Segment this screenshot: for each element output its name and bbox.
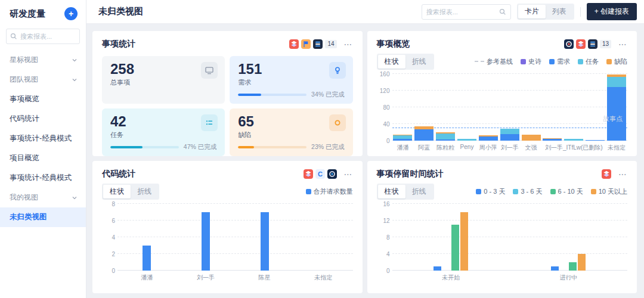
x-tick-text: 未指定 — [314, 274, 332, 282]
sidebar-item-label: 事项概览 — [10, 94, 39, 104]
sidebar: 研发度量 + 星标视图团队视图事项概览代码统计事项统计-经典模式项目概览事项统计… — [0, 0, 86, 298]
more-menu-button[interactable]: ⋯ — [618, 40, 627, 48]
sidebar-item-label: 代码统计 — [10, 114, 39, 124]
chart-legend: 参考基线史诗需求任务缺陷 — [475, 57, 627, 66]
category-column — [413, 126, 435, 141]
stacked-bar — [607, 74, 626, 141]
bar-segment — [522, 135, 541, 141]
category-column — [499, 129, 521, 141]
legend-item[interactable]: 史诗 — [521, 57, 541, 66]
dashboard-grid: 事项统计 14 ⋯ 258总事项151需求34% 已完成42任务47% 已完成6… — [86, 24, 644, 298]
bar-segment — [414, 129, 434, 141]
dashed-line-marker — [475, 61, 484, 62]
chart-type-toggle: 柱状折线 — [377, 54, 434, 70]
create-report-button[interactable]: + 创建报表 — [587, 3, 637, 20]
legend-item[interactable]: 参考基线 — [475, 57, 513, 66]
legend-item[interactable]: 需求 — [549, 57, 570, 66]
x-axis-labels: 未开始进行中 — [392, 271, 628, 282]
sidebar-item-label: 事项统计-经典模式 — [10, 134, 72, 144]
toggle-option[interactable]: 柱状 — [378, 55, 405, 69]
legend-item[interactable]: 6 - 10 天 — [550, 187, 583, 196]
legend-item[interactable]: 10 天以上 — [591, 187, 627, 196]
category-column — [542, 138, 564, 141]
toggle-option[interactable]: 柱状 — [378, 185, 405, 198]
flag-icon — [301, 39, 311, 49]
progress-row: 47% 已完成 — [110, 143, 216, 151]
y-tick-label: 12 — [376, 218, 390, 224]
legend-item[interactable]: 0 - 3 天 — [476, 187, 505, 196]
toggle-option[interactable]: 折线 — [405, 185, 433, 198]
y-tick-label: 2 — [101, 251, 115, 257]
category-column — [435, 132, 456, 141]
sidebar-item[interactable]: 事项统计-经典模式 — [0, 168, 86, 188]
x-tick-text: 潘潘 — [141, 274, 153, 282]
overview-chart: 04080120160故事点潘潘阿蓝陈粒粒Peny周小萍刘一手文强刘一手_ITf… — [377, 74, 628, 152]
checklist-icon — [201, 114, 218, 131]
app-window: 研发度量 + 星标视图团队视图事项概览代码统计事项统计-经典模式项目概览事项统计… — [0, 0, 644, 298]
plot-area: 0481216 — [392, 204, 628, 271]
legend-item[interactable]: 缺陷 — [606, 57, 627, 66]
x-tick-label: 刘一手_ITfLw(已删除) — [563, 144, 584, 152]
chart-type-toggle: 柱状折线 — [377, 184, 434, 200]
stripes-icon — [313, 39, 323, 49]
stacked-bar — [436, 132, 455, 141]
view-mode-toggle: 卡片列表 — [517, 4, 574, 20]
sidebar-item[interactable]: 代码统计 — [0, 109, 86, 129]
x-tick-text: 周小萍 — [479, 144, 497, 152]
y-tick-label: 0 — [376, 138, 390, 144]
legend-item[interactable]: 合并请求数量 — [306, 187, 353, 196]
bar-segment — [436, 134, 455, 139]
bars-layer — [392, 204, 628, 271]
bar — [569, 262, 577, 271]
sidebar-item[interactable]: 星标视图 — [0, 50, 86, 70]
sidebar-item-label: 我的视图 — [10, 193, 38, 203]
target2-icon — [327, 169, 337, 179]
legend-item[interactable]: 3 - 6 天 — [513, 187, 542, 196]
page-title: 未归类视图 — [98, 6, 143, 17]
sidebar-item[interactable]: 事项概览 — [0, 89, 86, 109]
x-tick-label: 刘一手 — [499, 144, 521, 152]
legend-swatch — [476, 189, 481, 194]
stripes-icon — [588, 39, 597, 49]
toggle-option[interactable]: 柱状 — [103, 185, 131, 198]
x-tick-text: 陈星 — [259, 274, 271, 282]
card-item-stats: 事项统计 14 ⋯ 258总事项151需求34% 已完成42任务47% 已完成6… — [92, 31, 363, 156]
legend-label: 需求 — [557, 57, 570, 66]
sidebar-search[interactable] — [6, 29, 80, 44]
report-search-input[interactable] — [426, 8, 499, 15]
target-icon — [564, 39, 574, 49]
layers-icon — [602, 169, 611, 179]
sidebar-menu: 星标视图团队视图事项概览代码统计事项统计-经典模式项目概览事项统计-经典模式我的… — [0, 50, 86, 298]
stacked-bar — [414, 126, 434, 141]
toggle-option[interactable]: 折线 — [131, 185, 158, 198]
toggle-option[interactable]: 折线 — [405, 55, 433, 69]
sidebar-item[interactable]: 事项统计-经典模式 — [0, 129, 86, 148]
sidebar-item[interactable]: 未归类视图 — [0, 207, 86, 227]
bar-segment — [457, 139, 476, 141]
sidebar-item[interactable]: 项目概览 — [0, 148, 86, 168]
category-column — [478, 135, 499, 141]
chevron-down-icon — [72, 77, 78, 83]
category-column — [510, 254, 627, 271]
stacked-bar — [586, 140, 605, 141]
more-menu-button[interactable]: ⋯ — [618, 170, 627, 178]
legend-swatch — [521, 59, 526, 64]
category-column — [235, 212, 294, 271]
bar — [143, 246, 151, 271]
progress-text: 23% 已完成 — [311, 143, 344, 151]
stat-tile: 151需求34% 已完成 — [230, 56, 352, 104]
sidebar-item[interactable]: 团队视图 — [0, 70, 86, 89]
report-search[interactable] — [422, 4, 511, 20]
x-tick-text: 未指定 — [608, 144, 626, 152]
sidebar-search-input[interactable] — [20, 33, 74, 40]
add-view-button[interactable]: + — [64, 7, 78, 20]
x-tick-text: 刘一手 — [501, 144, 519, 152]
more-menu-button[interactable]: ⋯ — [344, 170, 353, 178]
more-menu-button[interactable]: ⋯ — [344, 40, 353, 48]
stat-tile: 42任务47% 已完成 — [102, 108, 225, 156]
chart-legend: 0 - 3 天3 - 6 天6 - 10 天10 天以上 — [476, 187, 627, 196]
toggle-option[interactable]: 列表 — [546, 5, 573, 18]
legend-item[interactable]: 任务 — [578, 57, 599, 66]
toggle-option[interactable]: 卡片 — [518, 5, 546, 18]
sidebar-item[interactable]: 我的视图 — [0, 188, 86, 207]
